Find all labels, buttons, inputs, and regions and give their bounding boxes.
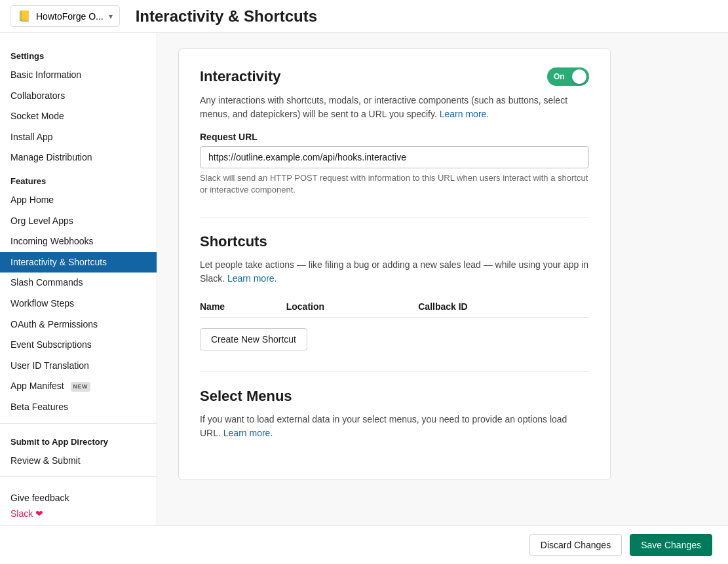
sidebar-divider-2 [0,476,157,477]
sidebar-item-beta-features[interactable]: Beta Features [0,397,157,418]
chevron-down-icon: ▾ [109,12,113,21]
features-section-label: Features [0,168,157,190]
interactivity-toggle[interactable]: On [547,67,589,86]
interactivity-title: Interactivity On [200,67,589,86]
sidebar-item-app-manifest[interactable]: App Manifest NEW [0,376,157,397]
request-url-help: Slack will send an HTTP POST request wit… [200,172,589,196]
main-content: Interactivity On Any interactions with s… [157,33,728,525]
sidebar-item-manage-distribution[interactable]: Manage Distribution [0,147,157,168]
page-title: Interactivity & Shortcuts [136,7,317,26]
discard-changes-button[interactable]: Discard Changes [529,534,622,556]
shortcuts-description: Let people take actions — like filing a … [200,258,589,286]
sidebar: Settings Basic Information Collaborators… [0,33,157,525]
shortcuts-title: Shortcuts [200,233,589,250]
shortcuts-col-location: Location [286,296,419,318]
shortcuts-table: Name Location Callback ID [200,296,589,318]
sidebar-item-event-subscriptions[interactable]: Event Subscriptions [0,335,157,356]
section-divider-1 [200,217,589,217]
sidebar-item-basic-information[interactable]: Basic Information [0,65,157,86]
sidebar-item-oauth-permissions[interactable]: OAuth & Permissions [0,314,157,335]
sidebar-item-incoming-webhooks[interactable]: Incoming Webhooks [0,231,157,252]
interactivity-toggle-container: On [547,67,589,86]
sidebar-item-review-submit[interactable]: Review & Submit [0,451,157,472]
select-menus-title: Select Menus [200,388,589,405]
slack-link[interactable]: Slack ❤ [0,506,157,521]
sidebar-item-socket-mode[interactable]: Socket Mode [0,106,157,127]
sidebar-item-interactivity-shortcuts[interactable]: Interactivity & Shortcuts [0,252,157,273]
sidebar-item-app-home[interactable]: App Home [0,190,157,211]
app-icon: 📒 [18,10,31,22]
select-menus-learn-more[interactable]: Learn more. [223,428,273,438]
save-changes-button[interactable]: Save Changes [630,534,712,556]
sidebar-item-collaborators[interactable]: Collaborators [0,86,157,107]
section-divider-2 [200,371,589,372]
sidebar-item-slash-commands[interactable]: Slash Commands [0,273,157,293]
new-badge: NEW [71,382,91,392]
sidebar-divider [0,423,157,424]
sidebar-item-workflow-steps[interactable]: Workflow Steps [0,293,157,314]
interactivity-learn-more[interactable]: Learn more. [440,109,489,119]
request-url-input[interactable] [200,146,589,168]
content-card: Interactivity On Any interactions with s… [178,48,611,480]
footer-bar: Discard Changes Save Changes [0,525,728,564]
top-bar: 📒 HowtoForge O... ▾ Interactivity & Shor… [0,0,728,33]
app-selector[interactable]: 📒 HowtoForge O... ▾ [10,5,120,27]
create-new-shortcut-button[interactable]: Create New Shortcut [200,328,307,350]
select-menus-description: If you want to load external data in you… [200,413,589,440]
interactivity-section: Interactivity On Any interactions with s… [200,67,589,196]
submit-section-label: Submit to App Directory [0,429,157,451]
shortcuts-col-callback-id: Callback ID [418,296,589,318]
sidebar-item-user-id-translation[interactable]: User ID Translation [0,356,157,377]
app-name: HowtoForge O... [36,11,104,22]
shortcuts-section: Shortcuts Let people take actions — like… [200,233,589,350]
toggle-on-label: On [554,72,565,81]
select-menus-section: Select Menus If you want to load externa… [200,388,589,440]
main-layout: Settings Basic Information Collaborators… [0,33,728,525]
shortcuts-learn-more[interactable]: Learn more. [227,273,277,284]
request-url-label: Request URL [200,132,589,142]
sidebar-item-org-level-apps[interactable]: Org Level Apps [0,211,157,232]
give-feedback-link[interactable]: Give feedback [0,482,157,506]
settings-section-label: Settings [0,43,157,65]
sidebar-item-install-app[interactable]: Install App [0,127,157,148]
interactivity-description: Any interactions with shortcuts, modals,… [200,94,589,121]
shortcuts-col-name: Name [200,296,286,318]
toggle-knob [572,69,586,84]
